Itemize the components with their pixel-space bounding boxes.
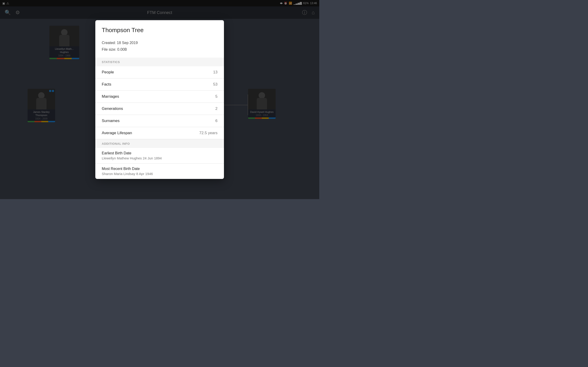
modal-header: Thompson Tree — [95, 20, 224, 36]
stat-row-lifespan: Average Lifespan 72.5 years — [95, 127, 224, 139]
created-info: Created: 18 Sep 2019 — [102, 40, 217, 46]
lifespan-value: 72.5 years — [199, 131, 217, 135]
modal-title: Thompson Tree — [102, 27, 217, 34]
earliest-birth-title: Earliest Birth Date — [102, 151, 217, 155]
stat-row-marriages: Marriages 5 — [95, 91, 224, 103]
modal-overlay[interactable]: Thompson Tree Created: 18 Sep 2019 File … — [0, 0, 319, 199]
additional-section: ADDITIONAL INFO Earliest Birth Date Llew… — [95, 139, 224, 179]
most-recent-birth-value: Sharon Maria Lindsay 8 Apr 1946 — [102, 172, 217, 176]
most-recent-birth-title: Most Recent Birth Date — [102, 167, 217, 171]
additional-header: ADDITIONAL INFO — [95, 139, 224, 148]
stat-row-generations: Generations 2 — [95, 103, 224, 115]
statistics-header: STATISTICS — [95, 58, 224, 66]
statistics-section: STATISTICS People 13 Facts 53 Marriages … — [95, 58, 224, 139]
earliest-birth-row: Earliest Birth Date Llewellyn Mathew Hug… — [95, 148, 224, 164]
modal-dialog: Thompson Tree Created: 18 Sep 2019 File … — [95, 20, 224, 179]
modal-meta: Created: 18 Sep 2019 File size: 0.00B — [95, 36, 224, 58]
marriages-value: 5 — [216, 94, 217, 99]
stat-row-facts: Facts 53 — [95, 78, 224, 91]
additional-label: ADDITIONAL INFO — [102, 142, 130, 145]
stat-row-surnames: Surnames 6 — [95, 115, 224, 127]
earliest-birth-value: Llewellyn Mathew Hughes 24 Jun 1894 — [102, 156, 217, 160]
people-label: People — [102, 70, 114, 75]
surnames-value: 6 — [216, 119, 217, 123]
filesize-info: File size: 0.00B — [102, 46, 217, 53]
stat-row-people: People 13 — [95, 66, 224, 78]
generations-value: 2 — [216, 106, 217, 111]
statistics-label: STATISTICS — [102, 60, 120, 64]
people-value: 13 — [213, 70, 217, 75]
facts-value: 53 — [213, 82, 217, 87]
surnames-label: Surnames — [102, 119, 120, 123]
generations-label: Generations — [102, 106, 123, 111]
lifespan-label: Average Lifespan — [102, 131, 132, 135]
facts-label: Facts — [102, 82, 111, 87]
most-recent-birth-row: Most Recent Birth Date Sharon Maria Lind… — [95, 164, 224, 179]
marriages-label: Marriages — [102, 94, 119, 99]
